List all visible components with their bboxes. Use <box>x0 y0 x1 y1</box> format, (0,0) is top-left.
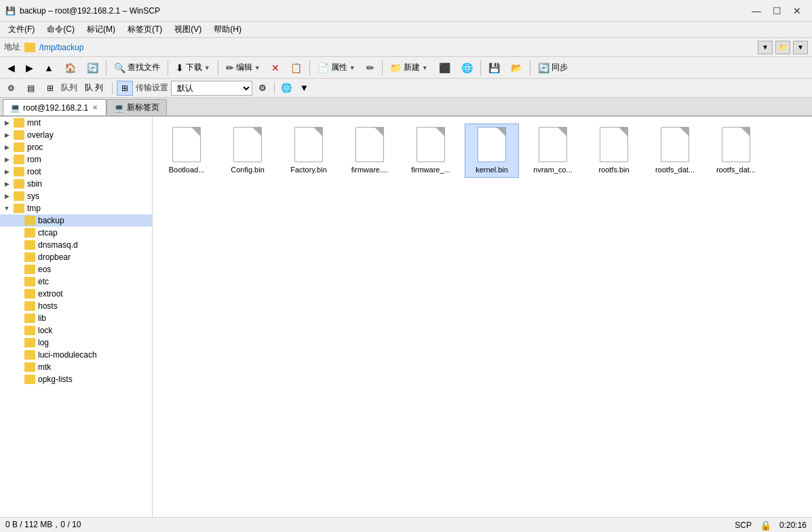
view-mode-btn[interactable]: ▤ <box>22 81 39 96</box>
file-label-firmware2: firmware_... <box>411 165 450 174</box>
tree-item-proc[interactable]: ▶ proc <box>0 141 152 153</box>
folder-icon-hosts <box>24 301 35 311</box>
file-factory[interactable]: Factory.bin <box>282 124 336 178</box>
sep8 <box>112 82 113 94</box>
home-btn[interactable]: 🏠 <box>60 59 81 77</box>
save-session-btn[interactable]: 💾 <box>484 59 505 77</box>
file-firmware1[interactable]: firmware.... <box>343 124 397 178</box>
tree-item-hosts[interactable]: hosts <box>0 300 152 312</box>
file-kernel[interactable]: kernel.bin <box>465 124 519 178</box>
file-icon-firmware1 <box>353 127 386 165</box>
tree-item-root[interactable]: ▶ root <box>0 166 152 178</box>
folder-icon-mtk <box>24 362 35 372</box>
title-bar: 💾 backup – root@192.168.2.1 – WinSCP — ☐… <box>0 0 812 22</box>
tree-item-sys[interactable]: ▶ sys <box>0 190 152 202</box>
sync-btn[interactable]: 🔄 同步 <box>533 59 573 77</box>
tree-item-log[interactable]: log <box>0 337 152 349</box>
menu-command[interactable]: 命令(C) <box>41 22 80 37</box>
properties-btn[interactable]: 📄 属性 ▼ <box>313 59 360 77</box>
browser-icon-btn[interactable]: 🌐 <box>279 81 294 96</box>
browser-btn[interactable]: 🌐 <box>457 59 478 77</box>
address-folder-btn[interactable]: 📁 <box>775 41 790 54</box>
file-nvram[interactable]: nvram_co... <box>526 124 580 178</box>
view-icon-btn[interactable]: ⊞ <box>117 81 133 96</box>
address-path[interactable]: /tmp/backup <box>39 43 83 52</box>
tree-item-luci[interactable]: luci-modulecach <box>0 349 152 361</box>
tree-item-opkg[interactable]: opkg-lists <box>0 373 152 385</box>
tree-item-lock[interactable]: lock <box>0 324 152 337</box>
tab-session-close[interactable]: ✕ <box>91 104 99 111</box>
menu-mark[interactable]: 标记(M) <box>81 22 121 37</box>
terminal-btn[interactable]: ⬛ <box>434 59 455 77</box>
browser-down-btn[interactable]: ▼ <box>296 81 311 96</box>
tree-item-dropbear[interactable]: dropbear <box>0 251 152 263</box>
tree-item-mtk[interactable]: mtk <box>0 361 152 373</box>
minimize-btn[interactable]: — <box>747 3 766 19</box>
file-config[interactable]: Config.bin <box>220 124 275 178</box>
tree-item-extroot[interactable]: extroot <box>0 288 152 300</box>
folder-icon-dnsmasq <box>24 240 35 250</box>
file-bootloader[interactable]: Bootload... <box>159 124 214 178</box>
tree-item-etc[interactable]: etc <box>0 276 152 288</box>
menu-view[interactable]: 视图(V) <box>169 22 207 37</box>
tree-item-eos[interactable]: eos <box>0 263 152 276</box>
sep5 <box>382 60 383 75</box>
refresh-btn[interactable]: 🔄 <box>82 59 103 77</box>
folder-icon-lock <box>24 326 35 335</box>
file-label-nvram: nvram_co... <box>533 165 572 174</box>
tree-item-mnt[interactable]: ▶ mnt <box>0 117 152 129</box>
download-btn[interactable]: ⬇ 下载 ▼ <box>171 59 215 77</box>
menu-tab[interactable]: 标签页(T) <box>122 22 168 37</box>
tree-item-overlay[interactable]: ▶ overlay <box>0 129 152 141</box>
back-btn[interactable]: ◀ <box>3 59 20 77</box>
tree-item-tmp[interactable]: ▼ tmp <box>0 202 152 214</box>
folder-icon-dropbear <box>24 252 35 262</box>
address-filter-btn[interactable]: ▼ <box>793 41 808 54</box>
tree-item-dnsmasq[interactable]: dnsmasq.d <box>0 239 152 251</box>
copy-btn[interactable]: 📋 <box>286 59 307 77</box>
address-dropdown-btn[interactable]: ▼ <box>758 41 773 54</box>
open-session-btn[interactable]: 📂 <box>506 59 527 77</box>
new-btn[interactable]: 📁 新建 ▼ <box>385 59 433 77</box>
file-icon-kernel <box>476 127 508 165</box>
transfer-options-btn[interactable]: ⚙ <box>255 81 270 96</box>
rename-btn[interactable]: ✏ <box>362 59 379 77</box>
folder-icon-extroot <box>24 289 35 299</box>
close-btn[interactable]: ✕ <box>788 3 807 19</box>
status-lock-icon: 🔒 <box>760 520 771 531</box>
tab-new[interactable]: 💻 新标签页 <box>107 99 167 115</box>
view-mode2-btn[interactable]: ⊞ <box>42 81 58 96</box>
tree-item-backup[interactable]: backup <box>0 214 152 227</box>
tree-item-ctcap[interactable]: ctcap <box>0 227 152 239</box>
edit-btn[interactable]: ✏ 编辑 ▼ <box>221 59 265 77</box>
file-firmware2[interactable]: firmware_... <box>404 124 458 178</box>
up-btn[interactable]: ▲ <box>39 59 58 77</box>
transfer-mode-select[interactable]: 默认 二进制 文本 自动 <box>171 81 252 96</box>
sep6 <box>480 60 481 75</box>
folder-icon-log <box>24 338 35 347</box>
folder-icon-backup <box>24 216 35 225</box>
file-icon-firmware2 <box>414 127 447 165</box>
tree-item-lib[interactable]: lib <box>0 312 152 324</box>
sep9 <box>274 82 275 94</box>
maximize-btn[interactable]: ☐ <box>767 3 786 19</box>
address-label: 地址 <box>4 41 20 53</box>
tree-item-sbin[interactable]: ▶ sbin <box>0 178 152 190</box>
queue-btn[interactable]: 队 列 <box>80 81 108 96</box>
menu-file[interactable]: 文件(F) <box>3 22 40 37</box>
settings-gear-btn[interactable]: ⚙ <box>3 81 20 96</box>
tab-session-icon: 💻 <box>10 103 20 113</box>
file-rootfs[interactable]: rootfs.bin <box>587 124 641 178</box>
tab-session[interactable]: 💻 root@192.168.2.1 ✕ <box>3 99 107 115</box>
tab-bar: 💻 root@192.168.2.1 ✕ 💻 新标签页 <box>0 98 812 117</box>
tree-item-rom[interactable]: ▶ rom <box>0 153 152 166</box>
file-rootfs-dat1[interactable]: rootfs_dat... <box>648 124 702 178</box>
file-icon-nvram <box>537 127 569 165</box>
file-label-rootfs: rootfs.bin <box>598 165 629 174</box>
sep1 <box>106 60 107 75</box>
menu-help[interactable]: 帮助(H) <box>208 22 247 37</box>
file-rootfs-dat2[interactable]: rootfs_dat... <box>709 124 763 178</box>
delete-btn[interactable]: ✕ <box>267 59 284 77</box>
forward-btn[interactable]: ▶ <box>21 59 38 77</box>
find-btn[interactable]: 🔍 查找文件 <box>109 59 165 77</box>
